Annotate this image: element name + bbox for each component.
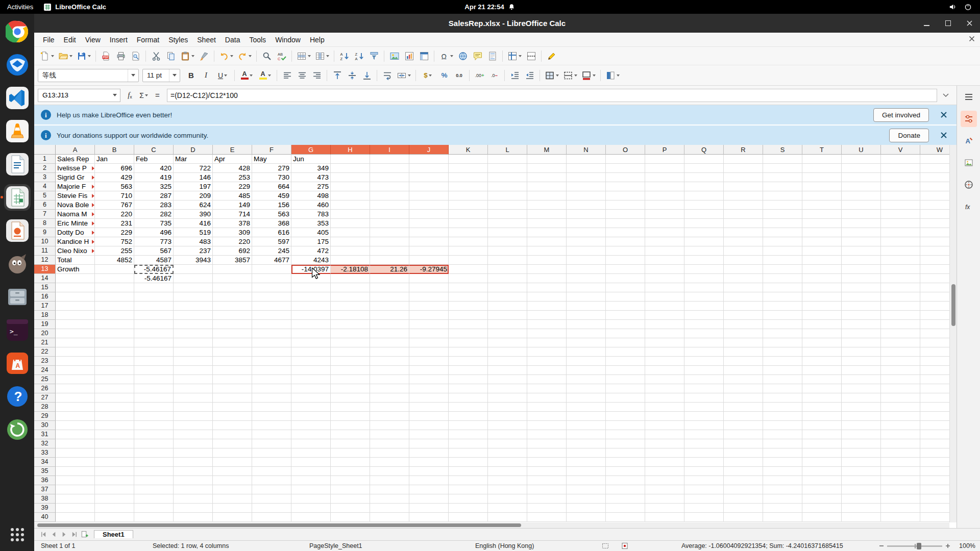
- cell-T34[interactable]: [802, 458, 842, 467]
- cell-J3[interactable]: [409, 173, 449, 182]
- cell-R35[interactable]: [724, 467, 763, 476]
- cell-D17[interactable]: [174, 302, 213, 311]
- cell-P8[interactable]: [645, 219, 684, 228]
- cell-I39[interactable]: [370, 504, 409, 513]
- cell-F28[interactable]: [252, 403, 291, 412]
- cell-T37[interactable]: [802, 485, 842, 494]
- cell-W40[interactable]: [920, 513, 949, 522]
- cell-T4[interactable]: [802, 182, 842, 191]
- cell-N3[interactable]: [567, 173, 606, 182]
- cell-W34[interactable]: [920, 458, 949, 467]
- cell-R20[interactable]: [724, 329, 763, 338]
- row-header-38[interactable]: 38: [34, 494, 56, 504]
- cell-M32[interactable]: [527, 439, 567, 448]
- cell-R32[interactable]: [724, 439, 763, 448]
- cell-H27[interactable]: [331, 393, 370, 403]
- close-icon[interactable]: [937, 111, 950, 119]
- cell-E28[interactable]: [213, 403, 252, 412]
- cell-M4[interactable]: [527, 182, 567, 191]
- cell-B14[interactable]: [95, 274, 134, 283]
- cell-O17[interactable]: [606, 302, 645, 311]
- cell-L32[interactable]: [488, 439, 527, 448]
- add-decimal-icon[interactable]: .00+: [473, 68, 486, 82]
- cell-V19[interactable]: [881, 320, 920, 329]
- cell-R38[interactable]: [724, 494, 763, 504]
- column-header-N[interactable]: N: [567, 145, 606, 155]
- cell-P5[interactable]: [645, 191, 684, 201]
- cell-P27[interactable]: [645, 393, 684, 403]
- cell-O1[interactable]: [606, 155, 645, 164]
- cell-R8[interactable]: [724, 219, 763, 228]
- row-header-40[interactable]: 40: [34, 513, 56, 522]
- cell-D33[interactable]: [174, 448, 213, 458]
- cell-O35[interactable]: [606, 467, 645, 476]
- cell-U14[interactable]: [842, 274, 881, 283]
- column-header-R[interactable]: R: [724, 145, 763, 155]
- cell-E30[interactable]: [213, 421, 252, 430]
- cell-H32[interactable]: [331, 439, 370, 448]
- cell-O23[interactable]: [606, 357, 645, 366]
- cell-L34[interactable]: [488, 458, 527, 467]
- cell-H11[interactable]: [331, 246, 370, 256]
- cell-H38[interactable]: [331, 494, 370, 504]
- cell-T40[interactable]: [802, 513, 842, 522]
- cell-O11[interactable]: [606, 246, 645, 256]
- cell-U25[interactable]: [842, 375, 881, 384]
- cell-A28[interactable]: [56, 403, 95, 412]
- cell-B35[interactable]: [95, 467, 134, 476]
- cell-V16[interactable]: [881, 292, 920, 302]
- find-replace-icon[interactable]: [260, 49, 274, 63]
- cell-B3[interactable]: 429: [95, 173, 134, 182]
- chevron-down-icon[interactable]: [169, 69, 180, 82]
- cell-U28[interactable]: [842, 403, 881, 412]
- menu-edit[interactable]: Edit: [59, 34, 81, 45]
- cell-G30[interactable]: [291, 421, 331, 430]
- cell-K7[interactable]: [449, 210, 488, 219]
- cell-S20[interactable]: [763, 329, 802, 338]
- cell-S26[interactable]: [763, 384, 802, 393]
- cell-I11[interactable]: [370, 246, 409, 256]
- increase-indent-icon[interactable]: [508, 68, 522, 82]
- cell-Q6[interactable]: [684, 201, 724, 210]
- cell-J8[interactable]: [409, 219, 449, 228]
- cell-B39[interactable]: [95, 504, 134, 513]
- cell-M8[interactable]: [527, 219, 567, 228]
- cell-U11[interactable]: [842, 246, 881, 256]
- cell-O9[interactable]: [606, 228, 645, 237]
- cell-B25[interactable]: [95, 375, 134, 384]
- cell-G7[interactable]: 783: [291, 210, 331, 219]
- cell-V2[interactable]: [881, 164, 920, 173]
- cell-O13[interactable]: [606, 265, 645, 274]
- menu-tools[interactable]: Tools: [244, 34, 271, 45]
- cell-E33[interactable]: [213, 448, 252, 458]
- row-header-1[interactable]: 1: [34, 155, 56, 164]
- cell-K16[interactable]: [449, 292, 488, 302]
- cell-D22[interactable]: [174, 347, 213, 357]
- cell-F16[interactable]: [252, 292, 291, 302]
- cell-H9[interactable]: [331, 228, 370, 237]
- cell-R16[interactable]: [724, 292, 763, 302]
- cell-R37[interactable]: [724, 485, 763, 494]
- cell-E13[interactable]: [213, 265, 252, 274]
- export-pdf-icon[interactable]: PDF: [99, 49, 113, 63]
- cell-V3[interactable]: [881, 173, 920, 182]
- cell-H39[interactable]: [331, 504, 370, 513]
- cell-U13[interactable]: [842, 265, 881, 274]
- cell-L15[interactable]: [488, 283, 527, 292]
- menu-window[interactable]: Window: [271, 34, 305, 45]
- cell-R10[interactable]: [724, 237, 763, 246]
- cell-K31[interactable]: [449, 430, 488, 439]
- cell-D30[interactable]: [174, 421, 213, 430]
- cell-H1[interactable]: [331, 155, 370, 164]
- cell-T19[interactable]: [802, 320, 842, 329]
- cell-T10[interactable]: [802, 237, 842, 246]
- cell-L24[interactable]: [488, 366, 527, 375]
- cell-T2[interactable]: [802, 164, 842, 173]
- cell-E22[interactable]: [213, 347, 252, 357]
- cell-C7[interactable]: 282: [134, 210, 174, 219]
- new-document-icon[interactable]: [38, 49, 56, 63]
- cell-Q34[interactable]: [684, 458, 724, 467]
- cell-C27[interactable]: [134, 393, 174, 403]
- cell-C35[interactable]: [134, 467, 174, 476]
- cell-G3[interactable]: 473: [291, 173, 331, 182]
